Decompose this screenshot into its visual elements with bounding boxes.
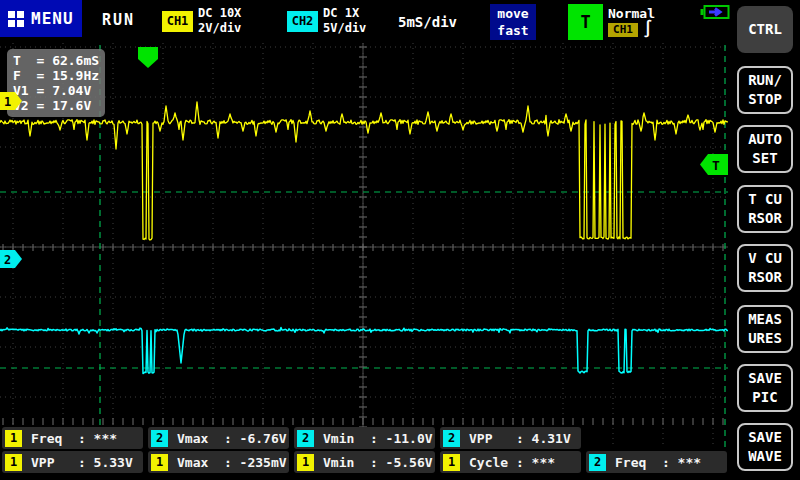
measure-ch2-freq[interactable]: 2Freq : ***	[586, 451, 727, 473]
run-status: RUN	[102, 11, 135, 29]
channel-badge: 1	[5, 454, 22, 471]
measure-text: Freq : ***	[31, 431, 117, 446]
measure-text: Vmin : -11.0V	[323, 431, 433, 446]
oscilloscope-screen: MENU RUN CH1 DC 10X 2V/div CH2 DC 1X 5V/…	[0, 0, 800, 480]
trigger-source-badge[interactable]: CH1	[608, 23, 638, 37]
ctrl-button[interactable]: CTRL	[737, 6, 793, 53]
ch2-position-marker[interactable]: 2	[0, 250, 22, 268]
measure-text: Cycle : ***	[469, 455, 555, 470]
ch2-marker-label: 2	[4, 253, 11, 267]
t-cursor-button[interactable]: T CU RSOR	[737, 185, 793, 233]
measure-ch2-vpp[interactable]: 2VPP : 4.31V	[440, 427, 581, 449]
channel-badge: 2	[297, 430, 314, 447]
ch1-trace	[0, 102, 728, 240]
trigger-marker-label: T	[712, 158, 720, 173]
measure-ch1-vpp[interactable]: 1VPP : 5.33V	[2, 451, 143, 473]
waveform-display	[0, 43, 728, 447]
ch2-badge[interactable]: CH2	[287, 11, 318, 32]
trigger-badge[interactable]: T	[568, 4, 603, 40]
timebase-readout[interactable]: 5mS/div	[398, 14, 457, 30]
save-wave-button[interactable]: SAVE WAVE	[737, 423, 793, 471]
run-stop-button[interactable]: RUN/ STOP	[737, 66, 793, 114]
menu-button[interactable]: MENU	[0, 0, 82, 37]
auto-set-button[interactable]: AUTO SET	[737, 125, 793, 173]
channel-badge: 2	[151, 430, 168, 447]
measure-ch1-cycle[interactable]: 1Cycle : ***	[440, 451, 581, 473]
trigger-position-marker[interactable]	[138, 47, 158, 68]
measure-ch1-freq[interactable]: 1Freq : ***	[2, 427, 143, 449]
ch2-settings[interactable]: DC 1X 5V/div	[323, 6, 366, 36]
falling-edge-icon[interactable]: ∫	[643, 19, 653, 38]
measure-text: Freq : ***	[615, 455, 701, 470]
graticule	[0, 43, 728, 445]
channel-badge: 1	[443, 454, 460, 471]
channel-badge: 1	[297, 454, 314, 471]
channel-badge: 1	[151, 454, 168, 471]
trigger-level-marker[interactable]: T	[700, 154, 728, 175]
measure-ch2-vmax[interactable]: 2Vmax : -6.76V	[148, 427, 289, 449]
menu-label: MENU	[31, 9, 74, 28]
measure-ch2-vmin[interactable]: 2Vmin : -11.0V	[294, 427, 435, 449]
measure-text: VPP : 4.31V	[469, 431, 571, 446]
measure-text: Vmax : -6.76V	[177, 431, 287, 446]
measure-ch1-vmax[interactable]: 1Vmax : -235mV	[148, 451, 289, 473]
v-cursor-button[interactable]: V CU RSOR	[737, 244, 793, 292]
measure-text: VPP : 5.33V	[31, 455, 133, 470]
measure-ch1-vmin[interactable]: 1Vmin : -5.56V	[294, 451, 435, 473]
battery-charging-icon	[700, 5, 730, 19]
channel-badge: 1	[5, 430, 22, 447]
ch1-position-marker[interactable]: 1	[0, 92, 22, 110]
ch1-marker-label: 1	[4, 95, 11, 109]
cursor-freq-value: F = 15.9Hz	[13, 68, 99, 83]
channel-badge: 2	[589, 454, 606, 471]
cursor-v2-value: V2 = 17.6V	[13, 98, 99, 113]
menu-grid-icon	[8, 11, 24, 27]
ch1-settings[interactable]: DC 10X 2V/div	[198, 6, 241, 36]
measure-text: Vmax : -235mV	[177, 455, 287, 470]
measures-button[interactable]: MEAS URES	[737, 305, 793, 353]
cursor-v1-value: V1 = 7.04V	[13, 83, 99, 98]
measure-text: Vmin : -5.56V	[323, 455, 433, 470]
save-pic-button[interactable]: SAVE PIC	[737, 364, 793, 412]
move-speed-button[interactable]: move fast	[490, 4, 536, 40]
cursor-time-value: T = 62.6mS	[13, 53, 99, 68]
channel-badge: 2	[443, 430, 460, 447]
ch1-badge[interactable]: CH1	[162, 11, 193, 32]
